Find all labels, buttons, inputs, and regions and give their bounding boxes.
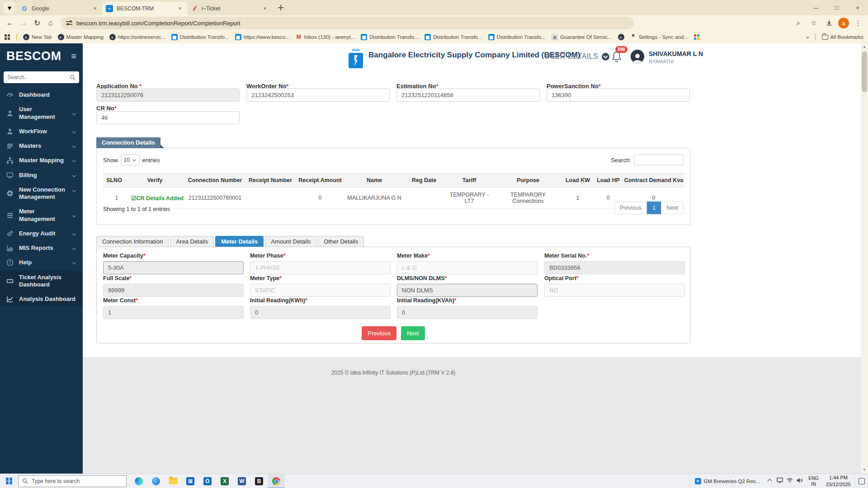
file-explorer-icon[interactable] (165, 474, 182, 488)
sidebar-item-user-management[interactable]: User Management (0, 102, 83, 124)
workorder-no-input[interactable] (246, 89, 390, 102)
bookmark-globe[interactable]: ◐ (618, 34, 624, 40)
tab-connection-information[interactable]: Connection Information (96, 236, 169, 247)
full-scale-input[interactable] (103, 284, 244, 297)
sidebar-item-new-connection-management[interactable]: New Connection Management (0, 183, 83, 205)
col-slno[interactable]: SLNO↑↓ (103, 174, 130, 188)
col-load-kw[interactable]: Load KW (562, 174, 594, 188)
meter-capacity-input[interactable] (103, 261, 244, 274)
outlook-icon[interactable]: O (199, 474, 216, 488)
pagination-previous-button[interactable]: Previous (614, 202, 647, 214)
tab-meter-details[interactable]: Meter Details (215, 236, 264, 247)
maximize-button[interactable]: □ (826, 0, 847, 15)
bookmark-inbox[interactable]: MInbox (130) - aeenyt... (296, 34, 355, 40)
bookmark-distribution-3[interactable]: ▦Distribution Transfo... (425, 34, 482, 40)
meter-make-input[interactable] (397, 261, 538, 274)
microsoft-store-icon[interactable]: ⊞ (182, 474, 199, 488)
reload-button[interactable]: ↻ (31, 17, 43, 29)
col-receipt-number[interactable]: Receipt Number (245, 174, 295, 188)
sidebar-item-energy-audit[interactable]: Energy Audit (0, 226, 83, 241)
previous-button[interactable]: Previous (362, 326, 396, 340)
next-button[interactable]: Next (401, 326, 425, 340)
col-connection-number[interactable]: Connection Number (184, 174, 245, 188)
sidebar-item-billing[interactable]: Billing (0, 168, 83, 183)
bookmark-distribution-1[interactable]: ▦Distribution Transfo... (171, 34, 229, 40)
col-contract-demand-kva[interactable]: Contract Demand Kva (623, 174, 684, 188)
meter-phase-input[interactable] (250, 261, 391, 274)
pagination-next-button[interactable]: Next (661, 202, 684, 214)
meter-const-input[interactable] (103, 306, 244, 319)
zoom-search-icon[interactable]: ⌕ (792, 17, 805, 29)
excel-icon[interactable]: X (216, 474, 233, 488)
browser-menu-icon[interactable]: ⋮ (852, 17, 864, 29)
browser-tab-bescom-trm[interactable]: ⌁ BESCOM-TRM × (102, 2, 187, 15)
taskbar-search[interactable]: Type here to search (18, 475, 127, 487)
browser-profile-avatar[interactable]: a (838, 18, 849, 28)
tab-close-icon[interactable]: × (261, 5, 269, 12)
all-bookmarks-button[interactable]: All Bookmarks (822, 34, 864, 40)
sidebar-item-masters[interactable]: Masters (0, 139, 83, 153)
bookmark-onlineservice[interactable]: ◐https://onlineservic... (109, 34, 165, 40)
tab-area-details[interactable]: Area Details (170, 236, 214, 247)
browser-tab-google[interactable]: G Google × (17, 2, 102, 15)
estimation-no-input[interactable] (396, 89, 540, 102)
table-row[interactable]: 1 ☑CR Details Added 21231122500760001 0 … (103, 188, 684, 209)
home-button[interactable]: ⌂ (44, 17, 57, 29)
close-button[interactable]: × (847, 0, 868, 15)
col-receipt-amount[interactable]: Receipt Amount (295, 174, 345, 188)
dlms-input[interactable] (397, 284, 538, 297)
cr-no-input[interactable] (96, 111, 240, 124)
action-center-icon[interactable] (854, 474, 868, 488)
tab-amount-details[interactable]: Amount Details (265, 236, 316, 247)
b-app-icon[interactable]: B (250, 474, 268, 488)
powersanction-no-input[interactable] (547, 89, 690, 102)
page-scrollbar[interactable]: ▲ ▼ (861, 43, 868, 474)
col-name[interactable]: Name (345, 174, 404, 188)
tray-expand-chevron-icon[interactable] (768, 479, 772, 483)
network-icon[interactable] (785, 478, 795, 484)
word-icon[interactable]: W (233, 474, 250, 488)
chrome-icon[interactable] (268, 474, 285, 488)
new-tab-button[interactable] (275, 2, 287, 14)
forward-button[interactable]: → (17, 17, 30, 29)
browser-tab-iticket[interactable]: ⫽ i~Ticket × (187, 2, 272, 15)
sidebar-item-mis-reports[interactable]: MIS Reports (0, 241, 83, 255)
col-reg-date[interactable]: Reg Date (404, 174, 444, 188)
notifications-bell[interactable]: 898 (611, 51, 623, 65)
user-details-dropdown[interactable]: USER DETAILS (545, 52, 609, 61)
sidebar-search[interactable] (4, 71, 79, 83)
address-bar[interactable]: bescom.trm.ieasybill.com/CompletionRepor… (61, 17, 634, 29)
downloads-icon[interactable] (823, 17, 835, 29)
pagination-page-1-button[interactable]: 1 (647, 202, 661, 214)
tab-search-chevron-icon[interactable]: ▾ (4, 2, 15, 14)
sidebar-item-analysis-dashboard[interactable]: Analysis Dashboard (0, 292, 83, 306)
apps-grid-icon[interactable] (5, 34, 10, 40)
start-button[interactable] (0, 474, 18, 488)
bookmark-master-mapping[interactable]: ◐Master Mapping (58, 34, 104, 40)
blue-app-icon[interactable] (147, 474, 165, 488)
sidebar-search-input[interactable] (7, 74, 70, 80)
user-avatar[interactable] (630, 49, 645, 64)
back-button[interactable]: ← (4, 17, 16, 29)
meter-serial-no-input[interactable] (544, 261, 685, 274)
tray-app-ticker[interactable]: N GM Breweries Q2 Res... (690, 474, 765, 488)
col-load-hp[interactable]: Load HP (594, 174, 623, 188)
scrollbar-thumb[interactable] (862, 52, 867, 92)
tab-close-icon[interactable]: × (176, 5, 184, 12)
url-text[interactable]: bescom.trm.ieasybill.com/CompletionRepor… (76, 20, 241, 27)
sidebar-item-dashboard[interactable]: Dashboard (0, 88, 83, 102)
initial-reading-kvah-input[interactable] (397, 306, 538, 319)
taskbar-clock[interactable]: 1:44 PM23/12/2025 (822, 474, 854, 488)
tab-close-icon[interactable]: × (91, 5, 99, 12)
tab-other-details[interactable]: Other Details (318, 236, 364, 247)
entries-per-page-select[interactable]: 10 (121, 155, 140, 165)
bookmark-guarantee[interactable]: ≣Guarantee Of Servic... (552, 34, 612, 40)
bookmark-distribution-2[interactable]: ▦Distribution Transfo... (361, 34, 419, 40)
bookmark-bescom-site[interactable]: ▦https://www.besco... (235, 34, 290, 40)
bookmarks-overflow-chevron[interactable]: » (806, 34, 809, 40)
edge-icon[interactable] (130, 474, 147, 488)
bookmark-settings-sync[interactable]: Settings - Sync and... (630, 34, 688, 40)
optical-port-input[interactable] (544, 284, 685, 297)
hamburger-menu-icon[interactable]: ≡ (71, 51, 76, 61)
initial-reading-kwh-input[interactable] (250, 306, 391, 319)
